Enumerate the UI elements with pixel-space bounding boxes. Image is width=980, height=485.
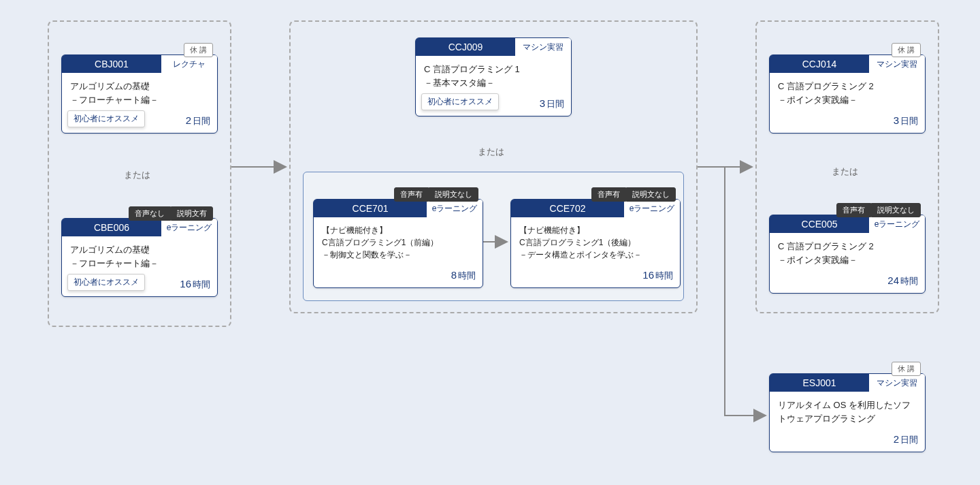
course-code: CBE006 bbox=[62, 219, 161, 236]
course-type: eラーニング bbox=[624, 200, 680, 217]
course-code: CCJ014 bbox=[770, 55, 869, 73]
or-label: または bbox=[832, 166, 858, 178]
course-type: eラーニング bbox=[427, 200, 483, 217]
course-code: CBJ001 bbox=[62, 55, 161, 73]
course-title: 【ナビ機能付き】 C言語プログラミング1（後編） －データ構造とポインタを学ぶ－ bbox=[511, 217, 680, 266]
course-duration: 2日間 bbox=[186, 114, 210, 127]
course-title: C 言語プログラミング 2 －ポインタ実践編－ bbox=[770, 233, 925, 272]
card-ccj014[interactable]: 休 講 CCJ014 マシン実習 C 言語プログラミング 2 －ポインタ実践編－… bbox=[769, 54, 926, 134]
badge-audio-desc: 音声なし説明文有 bbox=[129, 206, 213, 221]
recommended-badge: 初心者にオススメ bbox=[67, 274, 145, 291]
course-title: 【ナビ機能付き】 C言語プログラミング1（前編） －制御文と関数を学ぶ－ bbox=[314, 217, 483, 266]
course-type: eラーニング bbox=[869, 215, 925, 233]
course-type: マシン実習 bbox=[869, 55, 925, 73]
course-type: eラーニング bbox=[161, 219, 217, 236]
course-type: マシン実習 bbox=[515, 38, 571, 56]
card-cbe006[interactable]: 音声なし説明文有 CBE006 eラーニング アルゴリズムの基礎 －フローチャー… bbox=[61, 218, 218, 297]
card-esj001[interactable]: 休 講 ESJ001 マシン実習 リアルタイム OS を利用したソフトウェアプロ… bbox=[769, 373, 926, 452]
course-type: マシン実習 bbox=[869, 374, 925, 392]
course-code: ESJ001 bbox=[770, 374, 869, 392]
badge-audio-desc: 音声有説明文なし bbox=[591, 187, 676, 202]
or-label: または bbox=[478, 146, 504, 158]
course-duration: 2日間 bbox=[894, 433, 918, 446]
or-label: または bbox=[124, 169, 150, 181]
course-code: CCE005 bbox=[770, 215, 869, 233]
course-duration: 16時間 bbox=[642, 269, 673, 282]
recommended-badge: 初心者にオススメ bbox=[421, 93, 499, 110]
badge-suspended: 休 講 bbox=[892, 362, 921, 376]
course-duration: 3日間 bbox=[894, 114, 918, 127]
card-ccj009[interactable]: CCJ009 マシン実習 C 言語プログラミング 1 －基本マスタ編－ 3日間 … bbox=[415, 37, 572, 116]
course-duration: 8時間 bbox=[451, 269, 476, 282]
course-code: CCE702 bbox=[511, 200, 624, 217]
course-duration: 3日間 bbox=[540, 97, 564, 110]
course-title: アルゴリズムの基礎 －フローチャート編－ bbox=[62, 236, 217, 275]
badge-audio-desc: 音声有説明文なし bbox=[836, 203, 921, 217]
course-title: アルゴリズムの基礎 －フローチャート編－ bbox=[62, 73, 217, 112]
course-type: レクチャ bbox=[161, 55, 217, 73]
course-code: CCJ009 bbox=[416, 38, 515, 56]
card-cce701[interactable]: 音声有説明文なし CCE701 eラーニング 【ナビ機能付き】 C言語プログラミ… bbox=[313, 199, 483, 288]
badge-suspended: 休 講 bbox=[892, 43, 921, 57]
card-cce702[interactable]: 音声有説明文なし CCE702 eラーニング 【ナビ機能付き】 C言語プログラミ… bbox=[510, 199, 681, 288]
card-cbj001[interactable]: 休 講 CBJ001 レクチャ アルゴリズムの基礎 －フローチャート編－ 2日間… bbox=[61, 54, 218, 134]
course-title: リアルタイム OS を利用したソフトウェアプログラミング bbox=[770, 392, 925, 431]
card-cce005[interactable]: 音声有説明文なし CCE005 eラーニング C 言語プログラミング 2 －ポイ… bbox=[769, 215, 926, 294]
badge-suspended: 休 講 bbox=[184, 43, 213, 57]
course-duration: 24時間 bbox=[887, 275, 918, 287]
course-title: C 言語プログラミング 1 －基本マスタ編－ bbox=[416, 56, 571, 95]
recommended-badge: 初心者にオススメ bbox=[67, 110, 145, 127]
course-code: CCE701 bbox=[314, 200, 427, 217]
course-duration: 16時間 bbox=[180, 278, 210, 291]
badge-audio-desc: 音声有説明文なし bbox=[394, 187, 478, 202]
course-title: C 言語プログラミング 2 －ポインタ実践編－ bbox=[770, 73, 925, 112]
